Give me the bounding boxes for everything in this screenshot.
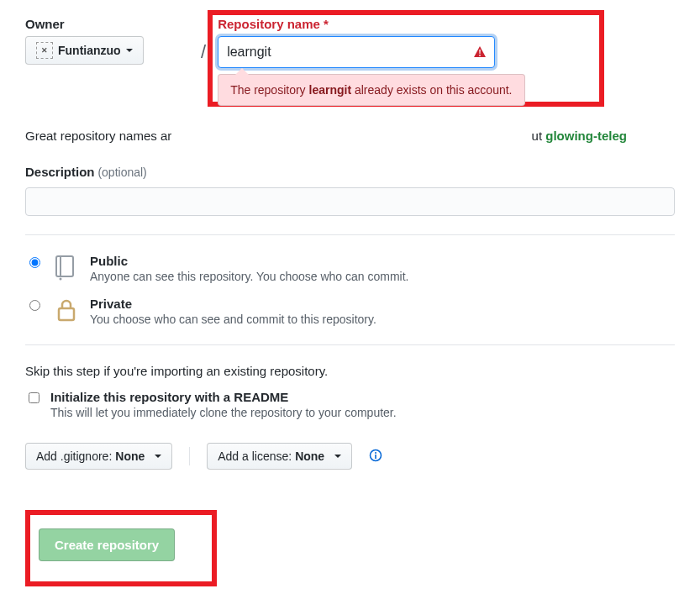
description-label: Description (optional) [25,166,147,179]
repo-public-icon [53,254,80,281]
owner-avatar-broken-icon: ✕ [36,42,53,59]
repo-name-error-tooltip: The repository learngit already exists o… [218,74,524,106]
caret-down-icon [334,455,341,458]
license-info-icon[interactable] [369,449,382,465]
svg-point-2 [60,278,62,281]
lock-icon [53,297,80,323]
svg-rect-0 [56,256,73,276]
visibility-public-radio[interactable] [29,257,40,268]
repo-name-input[interactable] [218,36,495,68]
owner-label: Owner [25,17,189,31]
init-readme-subtitle: This will let you immediately clone the … [50,406,397,419]
description-input[interactable] [25,187,675,216]
skip-import-text: Skip this step if you're importing an ex… [25,364,675,378]
repo-name-label: Repository name * [218,17,675,31]
warning-triangle-icon [473,45,487,59]
divider [25,234,675,235]
visibility-private-radio[interactable] [29,300,40,311]
init-readme-title: Initialize this repository with a README [50,390,397,404]
divider [25,344,675,345]
repo-name-hint: Great repository names ar ut glowing-tel… [25,129,675,143]
owner-username: Funtianzuo [58,44,121,57]
create-repository-button[interactable]: Create repository [39,528,175,561]
private-subtitle: You choose who can see and commit to thi… [90,313,376,326]
annotation-highlight-create-button: Create repository [25,510,217,586]
svg-point-5 [375,452,376,454]
public-title: Public [90,254,409,268]
path-separator: / [196,41,211,63]
caret-down-icon [126,49,133,52]
suggested-repo-name[interactable]: glowing-teleg [545,129,627,143]
license-dropdown[interactable]: Add a license: None [207,443,352,470]
caret-down-icon [155,455,161,458]
svg-rect-6 [375,455,376,459]
gitignore-dropdown[interactable]: Add .gitignore: None [25,443,172,470]
init-readme-checkbox[interactable] [29,392,39,403]
private-title: Private [90,297,376,311]
owner-dropdown[interactable]: ✕ Funtianzuo [25,36,144,65]
public-subtitle: Anyone can see this repository. You choo… [90,270,409,283]
vertical-separator [189,447,190,465]
svg-rect-3 [59,308,74,320]
